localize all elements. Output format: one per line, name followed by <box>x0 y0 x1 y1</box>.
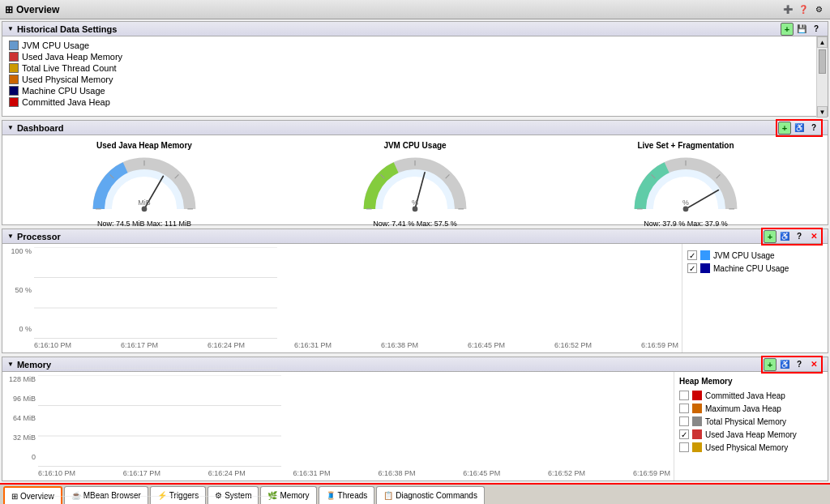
x-axis-label: 6:16:10 PM <box>38 469 75 477</box>
dashboard-add-btn[interactable]: + <box>778 122 791 135</box>
memory-chart-svg <box>38 375 281 497</box>
processor-panel-title: Processor <box>17 232 61 241</box>
gauge-svg: MiB <box>83 153 205 218</box>
app-icon: ⊞ <box>5 4 13 15</box>
legend-label: Used Java Heap Memory <box>705 430 797 439</box>
title-bar-actions: ➕ ❓ ⚙ <box>781 3 825 16</box>
legend-checkbox[interactable]: ✓ <box>687 263 697 273</box>
processor-accessibility-icon[interactable]: ♿ <box>778 230 791 243</box>
gauge-value: Now: 74.5 MiB Max: 111 MiB <box>97 220 191 228</box>
svg-text:MiB: MiB <box>138 199 150 207</box>
processor-chart-svg <box>34 247 277 369</box>
processor-chart-area: 100 %50 %0 % 6:16:10 PM6:16:17 PM6:16:24… <box>2 244 682 352</box>
legend-checkbox[interactable]: ✓ <box>687 250 697 260</box>
scroll-up-btn[interactable]: ▲ <box>817 36 828 48</box>
historical-item-label: Total Live Thread Count <box>22 63 117 73</box>
historical-add-btn[interactable]: + <box>781 23 794 36</box>
y-axis-label: 100 % <box>6 247 32 255</box>
gauge: JVM CPU Usage%Now: 7.41 % Max: 57.5 % <box>354 141 476 228</box>
gauge-value: Now: 7.41 % Max: 57.5 % <box>373 220 457 228</box>
svg-text:%: % <box>412 199 418 207</box>
svg-point-22 <box>683 206 689 211</box>
gauge-title: Live Set + Fragmentation <box>637 141 734 150</box>
dashboard-panel: ▼ Dashboard + ♿ ? Used Java Heap MemoryM… <box>2 120 828 225</box>
historical-panel-title: Historical Data Settings <box>17 24 117 34</box>
historical-scrollbar[interactable]: ▲ ▼ <box>816 36 828 117</box>
x-axis-label: 6:16:31 PM <box>293 469 331 477</box>
heap-memory-label: Heap Memory <box>679 377 823 386</box>
processor-content: 100 %50 %0 % 6:16:10 PM6:16:17 PM6:16:24… <box>2 244 828 352</box>
gauge-value: Now: 37.9 % Max: 37.9 % <box>644 220 728 228</box>
memory-content: 128 MiB96 MiB64 MiB32 MiB0 6:16:10 PM6:1… <box>2 372 828 481</box>
x-axis-label: 6:16:52 PM <box>548 469 585 477</box>
processor-help-icon[interactable]: ? <box>793 230 806 243</box>
processor-add-btn[interactable]: + <box>764 230 777 243</box>
collapse-dashboard[interactable]: ▼ <box>7 124 14 131</box>
memory-help-icon[interactable]: ? <box>793 358 806 371</box>
y-axis-label: 64 MiB <box>6 414 36 422</box>
processor-legend: ✓ JVM CPU Usage ✓ Machine CPU Usage <box>682 244 828 352</box>
bottom-tab-threads[interactable]: 🧵Threads <box>319 486 375 504</box>
legend-color-box <box>9 41 19 50</box>
legend-checkbox[interactable] <box>679 391 689 400</box>
historical-save-icon[interactable]: 💾 <box>795 23 808 36</box>
memory-accessibility-icon[interactable]: ♿ <box>778 358 791 371</box>
x-axis-label: 6:16:59 PM <box>633 469 670 477</box>
dashboard-panel-title: Dashboard <box>17 123 63 133</box>
memory-chart-area: 128 MiB96 MiB64 MiB32 MiB0 6:16:10 PM6:1… <box>2 372 674 481</box>
x-axis-label: 6:16:38 PM <box>381 341 418 349</box>
legend-label: Machine CPU Usage <box>713 264 789 273</box>
legend-checkbox[interactable] <box>679 442 689 452</box>
collapse-processor[interactable]: ▼ <box>7 233 14 240</box>
legend-color-box <box>9 75 19 84</box>
scroll-thumb[interactable] <box>819 49 826 74</box>
tab-label: Memory <box>280 491 309 500</box>
add-icon[interactable]: ➕ <box>781 3 794 16</box>
x-axis-label: 6:16:38 PM <box>378 469 415 477</box>
legend-checkbox[interactable] <box>679 404 689 413</box>
svg-point-6 <box>142 206 148 211</box>
dashboard-accessibility-icon[interactable]: ♿ <box>793 122 806 135</box>
svg-line-21 <box>686 190 718 208</box>
gauge-title: JVM CPU Usage <box>383 141 446 150</box>
memory-panel: ▼ Memory + ♿ ? ✕ 128 MiB96 MiB64 MiB32 M… <box>2 357 828 481</box>
tab-icon: 📋 <box>383 491 393 500</box>
legend-checkbox[interactable] <box>679 416 689 426</box>
gauge: Live Set + Fragmentation%Now: 37.9 % Max… <box>625 141 747 228</box>
x-axis-label: 6:16:45 PM <box>468 341 505 349</box>
historical-list-item: Machine CPU Usage <box>9 85 810 96</box>
historical-help-icon[interactable]: ? <box>810 23 823 36</box>
processor-close-icon[interactable]: ✕ <box>807 230 820 243</box>
legend-color <box>692 416 702 426</box>
processor-x-axis: 6:16:10 PM6:16:17 PM6:16:24 PM6:16:31 PM… <box>34 341 678 349</box>
y-axis-label: 32 MiB <box>6 434 36 442</box>
collapse-memory[interactable]: ▼ <box>7 361 14 368</box>
y-axis-label: 128 MiB <box>6 375 36 383</box>
help-icon[interactable]: ❓ <box>797 3 810 16</box>
tab-icon: ⊞ <box>11 492 18 501</box>
legend-label: Total Physical Memory <box>705 417 786 426</box>
legend-item: ✓ Used Java Heap Memory <box>679 428 823 441</box>
historical-item-label: Committed Java Heap <box>22 97 110 107</box>
legend-checkbox[interactable]: ✓ <box>679 429 689 439</box>
legend-label: Maximum Java Heap <box>705 404 781 413</box>
memory-x-axis: 6:16:10 PM6:16:17 PM6:16:24 PM6:16:31 PM… <box>38 469 670 477</box>
x-axis-label: 6:16:31 PM <box>294 341 332 349</box>
memory-close-icon[interactable]: ✕ <box>807 358 820 371</box>
x-axis-label: 6:16:17 PM <box>123 469 160 477</box>
settings-icon[interactable]: ⚙ <box>812 3 825 16</box>
memory-add-btn[interactable]: + <box>764 358 777 371</box>
memory-y-axis: 128 MiB96 MiB64 MiB32 MiB0 <box>6 375 38 461</box>
scroll-down-btn[interactable]: ▼ <box>817 106 828 117</box>
legend-color <box>700 263 710 273</box>
collapse-historical[interactable]: ▼ <box>7 25 14 32</box>
legend-color-box <box>9 86 19 96</box>
dashboard-help-icon[interactable]: ? <box>807 122 820 135</box>
legend-item: Committed Java Heap <box>679 389 823 402</box>
legend-color <box>692 442 702 452</box>
legend-color <box>692 404 702 413</box>
x-axis-label: 6:16:59 PM <box>641 341 678 349</box>
legend-item: Maximum Java Heap <box>679 402 823 415</box>
bottom-tab-diagnostic-commands[interactable]: 📋Diagnostic Commands <box>376 486 485 504</box>
legend-color-box <box>9 52 19 62</box>
